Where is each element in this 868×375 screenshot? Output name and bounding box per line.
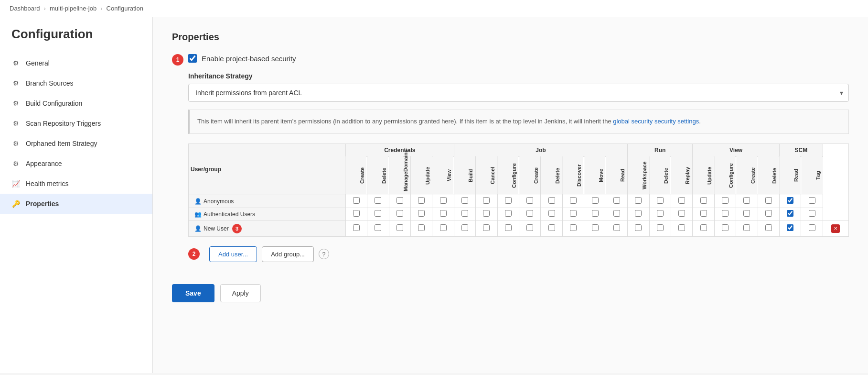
permission-checkbox[interactable] [570, 197, 577, 204]
permission-checkbox[interactable] [700, 210, 707, 217]
sidebar-item-orphaned-item-strategy[interactable]: ⚙ Orphaned Item Strategy [0, 133, 152, 154]
permission-checkbox[interactable] [526, 197, 533, 204]
permission-checkbox[interactable] [613, 210, 620, 217]
permission-checkbox[interactable] [787, 197, 793, 204]
permission-checkbox[interactable] [678, 210, 685, 217]
permission-checkbox[interactable] [461, 224, 468, 231]
permission-checkbox[interactable] [505, 210, 512, 217]
inheritance-strategy-select[interactable]: Inherit permissions from parent ACL Do n… [188, 84, 849, 102]
permission-cell [541, 221, 562, 236]
permission-checkbox[interactable] [526, 210, 533, 217]
permission-checkbox[interactable] [353, 210, 360, 217]
permission-cell [389, 208, 410, 221]
permission-checkbox[interactable] [418, 210, 425, 217]
permission-checkbox[interactable] [548, 224, 555, 231]
permission-checkbox[interactable] [505, 197, 512, 204]
global-security-link[interactable]: global security security settings [613, 118, 699, 125]
delete-user-button[interactable]: ✕ [831, 225, 840, 232]
sidebar-item-branch-sources[interactable]: ⚙ Branch Sources [0, 73, 152, 93]
permission-checkbox[interactable] [570, 210, 577, 217]
permission-checkbox[interactable] [396, 197, 403, 204]
permission-checkbox[interactable] [722, 210, 729, 217]
permission-checkbox[interactable] [635, 197, 642, 204]
sidebar-item-general[interactable]: ⚙ General [0, 53, 152, 73]
permission-cell [606, 195, 627, 208]
permission-checkbox[interactable] [440, 224, 447, 231]
permission-checkbox[interactable] [743, 224, 750, 231]
permission-checkbox[interactable] [440, 210, 447, 217]
permission-checkbox[interactable] [483, 224, 490, 231]
permission-checkbox[interactable] [483, 197, 490, 204]
permission-cell [671, 208, 692, 221]
permission-cell [714, 195, 736, 208]
permission-checkbox[interactable] [722, 224, 729, 231]
permission-checkbox[interactable] [505, 224, 512, 231]
permission-checkbox[interactable] [809, 224, 815, 231]
sidebar-item-scan-repository-triggers[interactable]: ⚙ Scan Repository Triggers [0, 113, 152, 133]
col-update-2: Update [693, 156, 714, 195]
sidebar-item-properties[interactable]: 🔑 Properties [0, 194, 152, 214]
permission-checkbox[interactable] [635, 224, 642, 231]
breadcrumb-dashboard[interactable]: Dashboard [10, 5, 40, 12]
permission-checkbox[interactable] [461, 210, 468, 217]
permission-checkbox[interactable] [765, 197, 772, 204]
apply-button[interactable]: Apply [220, 284, 261, 302]
permission-checkbox[interactable] [418, 224, 425, 231]
step3-badge: 3 [232, 224, 242, 233]
permission-checkbox[interactable] [353, 224, 360, 231]
permission-checkbox[interactable] [375, 224, 381, 231]
permission-checkbox[interactable] [592, 197, 599, 204]
permission-checkbox[interactable] [765, 210, 772, 217]
permission-checkbox[interactable] [787, 224, 793, 231]
permission-checkbox[interactable] [592, 224, 599, 231]
add-group-button[interactable]: Add group... [262, 246, 314, 262]
permission-checkbox[interactable] [592, 210, 599, 217]
permission-cell [628, 195, 649, 208]
permission-checkbox[interactable] [700, 197, 707, 204]
permission-cell [736, 221, 758, 236]
breadcrumb-job[interactable]: multi-pipeline-job [50, 5, 96, 12]
metrics-icon: 📈 [11, 179, 20, 188]
permission-checkbox[interactable] [613, 224, 620, 231]
help-icon[interactable]: ? [319, 249, 329, 259]
sidebar: Configuration ⚙ General ⚙ Branch Sources… [0, 17, 153, 373]
permission-checkbox[interactable] [743, 210, 750, 217]
permission-cell [779, 208, 801, 221]
permission-checkbox[interactable] [353, 197, 360, 204]
permission-checkbox[interactable] [635, 210, 642, 217]
permission-checkbox[interactable] [461, 197, 468, 204]
permission-checkbox[interactable] [787, 210, 793, 217]
permission-checkbox[interactable] [418, 197, 425, 204]
permission-cell [758, 195, 779, 208]
permission-checkbox[interactable] [722, 197, 729, 204]
permission-checkbox[interactable] [809, 210, 815, 217]
add-user-button[interactable]: Add user... [209, 246, 257, 262]
permission-checkbox[interactable] [743, 197, 750, 204]
permission-cell [476, 221, 497, 236]
permission-checkbox[interactable] [375, 197, 381, 204]
permission-checkbox[interactable] [526, 224, 533, 231]
permission-checkbox[interactable] [570, 224, 577, 231]
permission-checkbox[interactable] [678, 197, 685, 204]
permission-checkbox[interactable] [765, 224, 772, 231]
enable-security-checkbox[interactable] [188, 54, 197, 63]
permission-checkbox[interactable] [548, 197, 555, 204]
save-button[interactable]: Save [172, 284, 214, 302]
permission-checkbox[interactable] [657, 224, 664, 231]
permission-checkbox[interactable] [396, 224, 403, 231]
sidebar-item-build-configuration[interactable]: ⚙ Build Configuration [0, 93, 152, 113]
permission-checkbox[interactable] [657, 197, 664, 204]
permission-checkbox[interactable] [440, 197, 447, 204]
sidebar-item-appearance[interactable]: ⚙ Appearance [0, 154, 152, 174]
user-icon: 👤 [194, 198, 202, 205]
permission-checkbox[interactable] [375, 210, 381, 217]
sidebar-item-health-metrics[interactable]: 📈 Health metrics [0, 174, 152, 194]
permission-checkbox[interactable] [548, 210, 555, 217]
permission-checkbox[interactable] [613, 197, 620, 204]
permission-checkbox[interactable] [657, 210, 664, 217]
permission-checkbox[interactable] [396, 210, 403, 217]
permission-checkbox[interactable] [809, 197, 815, 204]
permission-checkbox[interactable] [700, 224, 707, 231]
permission-checkbox[interactable] [483, 210, 490, 217]
permission-checkbox[interactable] [678, 224, 685, 231]
